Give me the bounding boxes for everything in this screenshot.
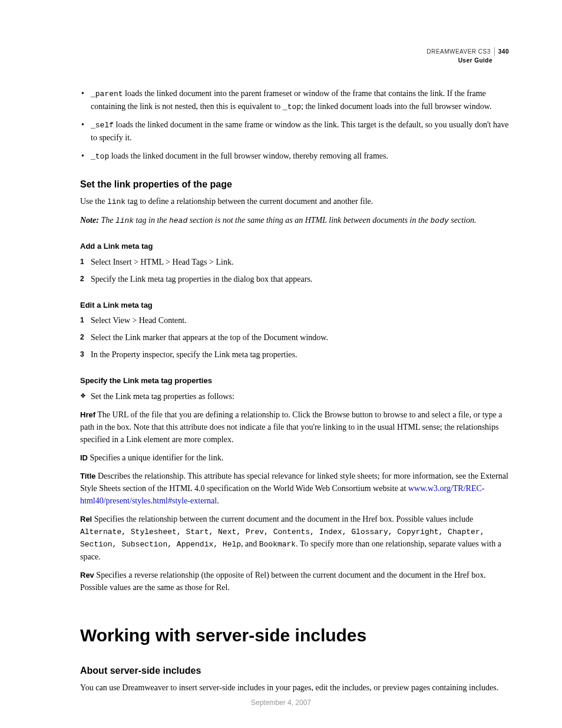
list-item: 2Select the Link marker that appears at … bbox=[80, 331, 509, 344]
diamond-lead: Set the Link meta tag properties as foll… bbox=[80, 390, 509, 403]
section-set-link-properties: Set the link properties of the page bbox=[80, 177, 509, 192]
page-number: 340 bbox=[494, 47, 509, 56]
code-top: _top bbox=[91, 152, 109, 161]
about-paragraph: You can use Dreamweaver to insert server… bbox=[80, 681, 509, 694]
product-name: DREAMWEAVER CS3 bbox=[427, 47, 490, 56]
def-title: Title Describes the relationship. This a… bbox=[80, 470, 509, 507]
def-rel: Rel Specifies the relationship between t… bbox=[80, 513, 509, 563]
note-label: Note: bbox=[80, 216, 99, 225]
target-values-list: _parent loads the linked document into t… bbox=[80, 87, 509, 162]
section-about-ssi: About server-side includes bbox=[80, 664, 509, 678]
def-id: ID Specifies a unique identifier for the… bbox=[80, 452, 509, 464]
list-item: 3In the Property inspector, specify the … bbox=[80, 348, 509, 361]
list-item: 1Select View > Head Content. bbox=[80, 314, 509, 327]
def-href: Href The URL of the file that you are de… bbox=[80, 409, 509, 446]
footer-date: September 4, 2007 bbox=[0, 697, 562, 708]
steps-add: 1Select Insert > HTML > Head Tags > Link… bbox=[80, 256, 509, 285]
list-item: 1Select Insert > HTML > Head Tags > Link… bbox=[80, 256, 509, 268]
subsection-add-link-meta: Add a Link meta tag bbox=[80, 241, 509, 252]
heading-server-side-includes: Working with server-side includes bbox=[80, 622, 509, 648]
def-rev: Rev Specifies a reverse relationship (th… bbox=[80, 569, 509, 594]
subsection-specify-properties: Specify the Link meta tag properties bbox=[80, 375, 509, 387]
page-header: DREAMWEAVER CS3 340 User Guide bbox=[427, 47, 509, 65]
list-item: 2Specify the Link meta tag properties in… bbox=[80, 273, 509, 285]
guide-label: User Guide bbox=[427, 56, 509, 65]
subsection-edit-link-meta: Edit a Link meta tag bbox=[80, 299, 509, 311]
intro-paragraph: Use the link tag to define a relationshi… bbox=[80, 195, 509, 208]
code-top: _top bbox=[283, 103, 301, 111]
note: Note: The link tag in the head section i… bbox=[80, 214, 509, 227]
list-item: _top loads the linked document in the fu… bbox=[80, 150, 509, 163]
steps-edit: 1Select View > Head Content. 2Select the… bbox=[80, 314, 509, 361]
code-self: _self bbox=[91, 121, 114, 130]
list-item: _parent loads the linked document into t… bbox=[80, 87, 509, 113]
code-parent: _parent bbox=[91, 90, 123, 98]
list-item: _self loads the linked document in the s… bbox=[80, 118, 509, 144]
